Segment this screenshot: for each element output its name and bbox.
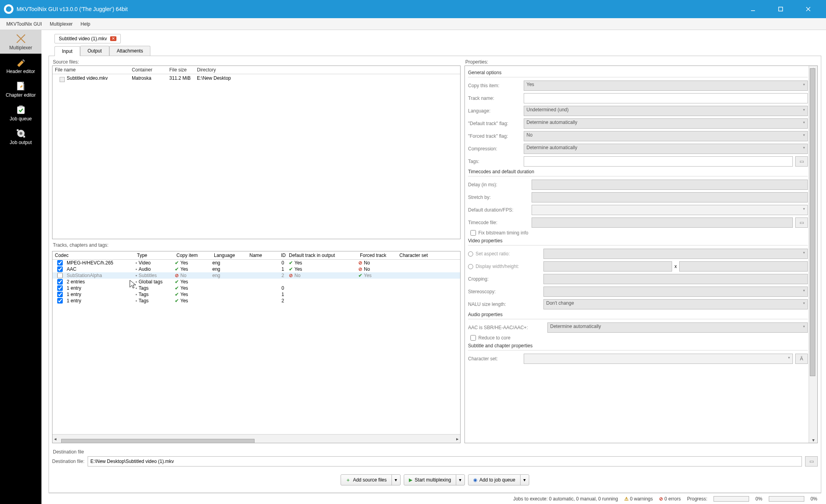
stereo-select[interactable] (543, 287, 808, 297)
properties-panel: General options Copy this item:Yes Track… (465, 66, 818, 443)
col-type[interactable]: Type (135, 253, 175, 258)
add-source-files-button[interactable]: ＋Add source files ▾ (341, 474, 400, 485)
group-subtitle: Subtitle and chapter properties (468, 343, 808, 348)
add-source-dropdown[interactable]: ▾ (391, 475, 400, 485)
track-row[interactable]: AAC ▪Audio ✔ Yes eng 1 ✔ Yes ⊘ No (52, 266, 460, 272)
language-select[interactable]: Undetermined (und) (524, 106, 808, 116)
col-codec[interactable]: Codec (53, 253, 135, 258)
add-job-queue-button[interactable]: ◉Add to job queue ▾ (468, 474, 529, 485)
aspect-ratio-select[interactable] (543, 249, 808, 259)
track-row[interactable]: 1 entry ▪Tags ✔ Yes 0 (52, 285, 460, 291)
tab-output[interactable]: Output (80, 46, 109, 56)
scroll-left-icon[interactable]: ◂ (54, 436, 56, 442)
svg-point-8 (19, 132, 22, 135)
track-checkbox[interactable] (57, 285, 63, 291)
cropping-input[interactable] (543, 274, 808, 284)
default-flag-select[interactable]: Determine automatically (524, 118, 808, 129)
file-tab[interactable]: Subtitled video (1).mkv ✕ (54, 34, 121, 43)
copy-item-select[interactable]: Yes (524, 81, 808, 91)
sidebar-item-job-output[interactable]: Job output (0, 125, 41, 148)
track-checkbox[interactable] (57, 292, 63, 297)
track-checkbox[interactable] (57, 260, 63, 266)
destination-input[interactable] (88, 456, 802, 467)
stretch-input[interactable] (532, 192, 808, 202)
minimize-button[interactable] (739, 0, 767, 18)
track-row[interactable]: MPEG-H/HEVC/h.265 ▪Video ✔ Yes eng 0 ✔ Y… (52, 260, 460, 266)
tags-input[interactable] (524, 156, 793, 167)
col-name[interactable]: Name (248, 253, 272, 258)
tcfile-input[interactable] (532, 217, 793, 228)
charset-select[interactable] (524, 354, 793, 364)
close-button[interactable] (794, 0, 822, 18)
maximize-button[interactable] (767, 0, 794, 18)
scroll-right-icon[interactable]: ▸ (456, 436, 459, 442)
statusbar: Jobs to execute: 0 automatic, 0 manual, … (49, 493, 821, 504)
reduce-core-checkbox[interactable] (470, 335, 476, 341)
col-filename[interactable]: File name (55, 67, 132, 73)
track-row[interactable]: SubStationAlpha ▪Subtitles ⊘ No eng 2 ⊘ … (52, 272, 460, 279)
scroll-down-icon[interactable]: ▾ (809, 437, 817, 443)
col-filesize[interactable]: File size (169, 67, 197, 73)
properties-vscroll[interactable]: ▴ ▾ (809, 66, 817, 443)
fix-bitstream-checkbox[interactable] (470, 230, 476, 236)
nalu-select[interactable]: Don't change (543, 299, 808, 309)
track-checkbox[interactable] (57, 298, 63, 304)
track-row[interactable]: 1 entry ▪Tags ✔ Yes 1 (52, 291, 460, 298)
display-height-input[interactable] (679, 261, 808, 272)
track-checkbox[interactable] (57, 279, 63, 285)
track-type: ▪Video (135, 260, 175, 266)
col-default[interactable]: Default track in output (287, 253, 358, 258)
col-container[interactable]: Container (132, 67, 169, 73)
forced-flag-select[interactable]: No (524, 131, 808, 141)
sidebar-item-job-queue[interactable]: Job queue (0, 101, 41, 125)
track-name-label: Track name: (468, 96, 521, 101)
compression-select[interactable]: Determine automatically (524, 144, 808, 154)
destination-browse-button[interactable]: ▭ (805, 456, 818, 467)
status-warnings: 0 warnings (630, 496, 653, 502)
track-row[interactable]: 1 entry ▪Tags ✔ Yes 2 (52, 298, 460, 304)
track-row[interactable]: 2 entries ▪Global tags ✔ Yes (52, 279, 460, 285)
action-buttons: ＋Add source files ▾ ▶Start multiplexing … (52, 470, 818, 489)
col-language[interactable]: Language (212, 253, 248, 258)
col-charset[interactable]: Character set (398, 253, 441, 258)
sidebar-item-chapter-editor[interactable]: Chapter editor (0, 77, 41, 101)
delay-input[interactable] (532, 180, 808, 190)
col-id[interactable]: ID (272, 253, 287, 258)
menu-help[interactable]: Help (77, 20, 94, 28)
fps-select[interactable] (532, 205, 808, 215)
file-row[interactable]: Subtitled video.mkv Matroska 311.2 MiB E… (52, 74, 460, 82)
start-dropdown[interactable]: ▾ (456, 475, 465, 485)
destination-label: Destination file: (52, 459, 84, 464)
col-forced[interactable]: Forced track (358, 253, 398, 258)
tcfile-browse-button[interactable]: ▭ (795, 217, 808, 228)
display-width-input[interactable] (543, 261, 672, 272)
sidebar-item-header-editor[interactable]: Header editor (0, 54, 41, 77)
tracks-list[interactable]: Codec Type Copy item Language Name ID De… (52, 251, 461, 443)
progress-bar-2 (769, 496, 804, 502)
source-files-list[interactable]: File name Container File size Directory … (52, 66, 461, 239)
track-name-input[interactable] (524, 93, 808, 103)
tags-browse-button[interactable]: ▭ (795, 156, 808, 167)
vscroll-thumb[interactable] (810, 68, 815, 376)
x-label: x (674, 264, 677, 269)
col-directory[interactable]: Directory (197, 67, 458, 73)
col-copy[interactable]: Copy item (175, 253, 212, 258)
tracks-hscroll[interactable]: ◂ ▸ (52, 434, 460, 443)
charset-button[interactable]: Ä (795, 354, 808, 364)
aspect-ratio-radio[interactable] (468, 251, 473, 257)
track-checkbox[interactable] (57, 266, 63, 272)
track-checkbox[interactable] (57, 273, 63, 278)
tracks-header: Codec Type Copy item Language Name ID De… (52, 251, 460, 260)
tab-attachments[interactable]: Attachments (109, 46, 151, 56)
track-id: 0 (272, 260, 287, 266)
aac-select[interactable]: Determine automatically (547, 322, 808, 333)
sidebar-item-multiplexer[interactable]: Multiplexer (0, 30, 41, 54)
queue-dropdown[interactable]: ▾ (520, 475, 529, 485)
file-tab-close-icon[interactable]: ✕ (110, 36, 116, 41)
scroll-thumb[interactable] (61, 439, 255, 444)
start-multiplexing-button[interactable]: ▶Start multiplexing ▾ (404, 474, 465, 485)
display-wh-radio[interactable] (468, 264, 473, 269)
menu-multiplexer[interactable]: Multiplexer (46, 20, 77, 28)
menu-app[interactable]: MKVToolNix GUI (2, 20, 46, 28)
tab-input[interactable]: Input (54, 46, 80, 56)
